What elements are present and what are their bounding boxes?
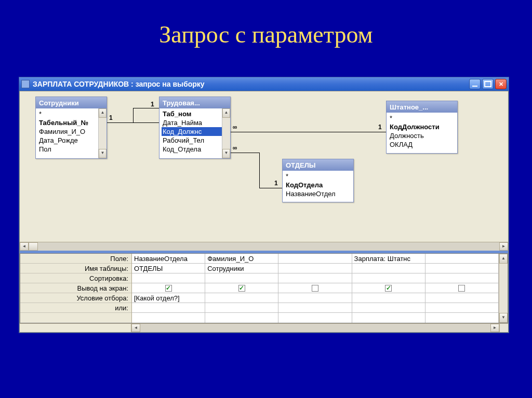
minimize-button[interactable]: [469, 79, 481, 89]
field[interactable]: Дата_Найма: [162, 118, 229, 127]
grid-cell[interactable]: [352, 264, 425, 273]
table-employees[interactable]: Сотрудники * Табельный_№ Фамилия_И_О Дат…: [35, 97, 107, 159]
grid-cell[interactable]: [352, 303, 425, 313]
scroll-track[interactable]: [38, 242, 499, 251]
field[interactable]: Должность: [389, 131, 456, 140]
grid-cell-show[interactable]: [278, 283, 351, 293]
grid-column: [278, 254, 352, 323]
table-staff[interactable]: Штатное_... * КодДолжности Должность ОКЛ…: [386, 101, 458, 154]
grid-cell[interactable]: [425, 293, 498, 303]
grid-cell[interactable]: НазваниеОтдела: [132, 254, 205, 264]
field[interactable]: ОКЛАД: [389, 140, 456, 149]
show-checkbox[interactable]: [238, 285, 245, 292]
relation-label-one: 1: [274, 180, 278, 187]
grid-cell[interactable]: [205, 293, 278, 303]
field-key[interactable]: КодДолжности: [389, 122, 456, 131]
grid-cell-show[interactable]: [425, 283, 498, 293]
table-staff-title[interactable]: Штатное_...: [387, 101, 457, 113]
grid-vscrollbar[interactable]: [499, 254, 508, 323]
grid-hscrollbar[interactable]: ◄ ►: [20, 323, 508, 332]
row-label-sort: Сортировка:: [20, 273, 131, 283]
maximize-button[interactable]: [482, 79, 494, 89]
relation-label-one: 1: [151, 101, 154, 108]
field-key[interactable]: КодОтдела: [285, 181, 352, 189]
table-labor-title[interactable]: Трудовая...: [159, 97, 230, 108]
relation-line: [259, 153, 260, 188]
grid-cell[interactable]: ОТДЕЛЫ: [132, 264, 205, 273]
grid-cell[interactable]: [425, 264, 498, 273]
window-controls: [469, 79, 507, 89]
query-design-area: Сотрудники * Табельный_№ Фамилия_И_О Дат…: [19, 91, 509, 333]
grid-cell[interactable]: [Какой отдел?]: [132, 293, 205, 303]
query-window: ЗАРПЛАТА СОТРУДНИКОВ : запрос на выборку…: [19, 77, 509, 333]
field-selected[interactable]: Код_Должнс: [162, 127, 229, 136]
grid-cell[interactable]: [278, 264, 351, 273]
scroll-right-button[interactable]: ►: [490, 324, 499, 332]
field[interactable]: Дата_Рожде: [38, 136, 105, 145]
relation-label-many: ∞: [233, 144, 237, 152]
relation-label-many: ∞: [233, 123, 237, 131]
row-label-criteria: Условие отбора:: [20, 293, 131, 303]
grid-cell[interactable]: [425, 254, 498, 264]
grid-column: Зарплата: Штатнс: [352, 254, 425, 323]
grid-column: Фамилия_И_ОСотрудники: [205, 254, 278, 323]
grid-cell[interactable]: Фамилия_И_О: [205, 254, 278, 264]
grid-cell[interactable]: [278, 303, 351, 313]
grid-cell[interactable]: Зарплата: Штатнс: [352, 254, 425, 264]
grid-cell[interactable]: [132, 273, 205, 283]
grid-column: НазваниеОтделаОТДЕЛЫ[Какой отдел?]: [132, 254, 205, 323]
table-employees-title[interactable]: Сотрудники: [36, 97, 107, 108]
relationship-diagram[interactable]: Сотрудники * Табельный_№ Фамилия_И_О Дат…: [20, 91, 508, 242]
query-grid: Поле: Имя таблицы: Сортировка: Вывод на …: [20, 253, 508, 323]
grid-row-labels: Поле: Имя таблицы: Сортировка: Вывод на …: [20, 254, 132, 323]
field-key[interactable]: Табельный_№: [38, 118, 105, 127]
field[interactable]: Фамилия_И_О: [38, 127, 105, 136]
show-checkbox[interactable]: [385, 285, 392, 292]
field[interactable]: НазваниеОтдел: [285, 189, 352, 198]
slide-title: Запрос с параметром: [0, 0, 532, 61]
grid-cell-show[interactable]: [205, 283, 278, 293]
table-scrollbar[interactable]: [222, 108, 230, 158]
table-departments[interactable]: ОТДЕЛЫ * КодОтдела НазваниеОтдел: [282, 159, 354, 202]
table-departments-title[interactable]: ОТДЕЛЫ: [283, 159, 353, 171]
grid-cell[interactable]: [205, 303, 278, 313]
field[interactable]: Рабочий_Тел: [162, 136, 229, 145]
grid-cell[interactable]: [352, 273, 425, 283]
grid-cell[interactable]: [132, 303, 205, 313]
window-title: ЗАРПЛАТА СОТРУДНИКОВ : запрос на выборку: [33, 80, 469, 88]
grid-cell[interactable]: Сотрудники: [205, 264, 278, 273]
show-checkbox[interactable]: [165, 285, 172, 292]
grid-cell[interactable]: [205, 273, 278, 283]
field[interactable]: Код_Отдела: [162, 145, 229, 154]
grid-cell[interactable]: [278, 254, 351, 264]
grid-cell[interactable]: [278, 293, 351, 303]
titlebar[interactable]: ЗАРПЛАТА СОТРУДНИКОВ : запрос на выборку: [19, 77, 509, 91]
scroll-right-button[interactable]: ►: [499, 242, 508, 251]
show-checkbox[interactable]: [458, 285, 465, 292]
grid-cell-show[interactable]: [132, 283, 205, 293]
scroll-left-button[interactable]: ◄: [131, 324, 140, 332]
grid-cell-show[interactable]: [352, 283, 425, 293]
relation-label-one: 1: [378, 123, 382, 131]
field[interactable]: *: [285, 172, 352, 181]
field[interactable]: Пол: [38, 145, 105, 154]
scroll-track[interactable]: [140, 324, 490, 332]
scroll-left-button[interactable]: ◄: [20, 242, 29, 251]
table-labor[interactable]: Трудовая... Таб_ном Дата_Найма Код_Должн…: [159, 97, 231, 159]
diagram-hscrollbar[interactable]: ◄ ►: [20, 242, 508, 251]
grid-cell[interactable]: [425, 303, 498, 313]
field[interactable]: *: [389, 114, 456, 122]
show-checkbox[interactable]: [312, 285, 318, 292]
row-label-field: Поле:: [20, 254, 131, 264]
scroll-thumb[interactable]: [29, 242, 38, 251]
grid-cell[interactable]: [352, 293, 425, 303]
table-scrollbar[interactable]: [98, 108, 107, 158]
field-key[interactable]: Таб_ном: [162, 109, 229, 118]
grid-cell[interactable]: [278, 273, 351, 283]
grid-cell[interactable]: [425, 273, 498, 283]
close-button[interactable]: [495, 79, 507, 89]
relation-line: [259, 188, 282, 188]
relation-line: [133, 108, 134, 123]
grid-columns: НазваниеОтделаОТДЕЛЫ[Какой отдел?]Фамили…: [132, 254, 499, 323]
field[interactable]: *: [38, 109, 105, 118]
